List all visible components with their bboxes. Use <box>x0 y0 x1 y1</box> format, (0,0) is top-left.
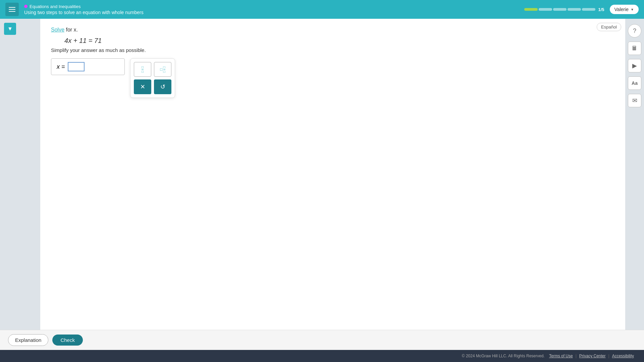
espanol-button[interactable]: Español <box>597 23 621 31</box>
terms-of-use-link[interactable]: Terms of Use <box>549 354 573 358</box>
clear-icon: ✕ <box>140 83 145 90</box>
help-button[interactable]: ? <box>628 24 641 38</box>
header-right: 1/5 Valerie ▼ <box>524 5 639 14</box>
solve-link[interactable]: Solve <box>51 27 64 33</box>
hamburger-line <box>9 9 15 10</box>
separator-2: | <box>608 354 609 358</box>
header-info: Equations and Inequalities Using two ste… <box>24 4 144 15</box>
undo-button[interactable]: ↺ <box>154 79 171 94</box>
keypad: □ □ □ □ □ <box>130 58 175 98</box>
header-topic: Equations and Inequalities <box>24 4 144 9</box>
privacy-center-link[interactable]: Privacy Center <box>579 354 606 358</box>
keypad-top-row: □ □ □ □ □ <box>134 62 171 77</box>
solve-instruction: Solve for x. <box>51 27 614 33</box>
accessibility-link[interactable]: Accessibility <box>612 354 634 358</box>
copyright-text: © 2024 McGraw Hill LLC. All Rights Reser… <box>462 354 545 358</box>
progress-segment-5 <box>582 8 595 11</box>
calculator-button[interactable]: 🖩 <box>628 42 641 55</box>
simplify-instruction: Simplify your answer as much as possible… <box>51 47 614 53</box>
keypad-bottom-row: ✕ ↺ <box>134 79 171 94</box>
answer-input[interactable] <box>68 62 85 71</box>
variable-label: x = <box>57 63 65 70</box>
answer-box: x = <box>51 58 125 75</box>
mixed-number-button[interactable]: □ □ □ <box>154 62 171 77</box>
topic-dot-icon <box>24 5 28 8</box>
progress-segments <box>524 8 595 11</box>
check-button[interactable]: Check <box>52 335 83 346</box>
clear-button[interactable]: ✕ <box>134 79 151 94</box>
progress-segment-2 <box>539 8 552 11</box>
glossary-icon: Aa <box>632 80 638 86</box>
right-sidebar: ? 🖩 ▶ Aa ✉ <box>625 19 644 330</box>
help-icon: ? <box>633 27 636 35</box>
header: Equations and Inequalities Using two ste… <box>0 0 644 19</box>
glossary-button[interactable]: Aa <box>628 76 641 90</box>
footer: © 2024 McGraw Hill LLC. All Rights Reser… <box>0 350 644 362</box>
undo-icon: ↺ <box>160 83 165 90</box>
left-panel: ▼ <box>0 19 40 330</box>
content-area: Español Solve for x. 4x + 11 = 71 Simpli… <box>40 19 625 330</box>
progress-segment-1 <box>524 8 538 11</box>
video-button[interactable]: ▶ <box>628 59 641 72</box>
calculator-icon: 🖩 <box>632 45 638 52</box>
progress-bar-container: 1/5 <box>524 7 604 12</box>
solve-suffix: for x. <box>64 27 78 33</box>
bottom-toolbar: Explanation Check <box>0 330 644 350</box>
fraction-button[interactable]: □ □ <box>134 62 151 77</box>
progress-label: 1/5 <box>598 7 604 12</box>
user-name: Valerie <box>614 7 629 12</box>
topic-title: Equations and Inequalities <box>30 4 81 9</box>
answer-area: x = □ □ □ □ <box>51 58 614 98</box>
hamburger-line <box>9 11 15 12</box>
chevron-down-icon: ▼ <box>7 26 13 32</box>
explanation-button[interactable]: Explanation <box>8 334 48 346</box>
progress-segment-3 <box>553 8 567 11</box>
chevron-down-icon: ▼ <box>631 8 634 11</box>
hamburger-menu-button[interactable] <box>5 3 19 16</box>
equation-display: 4x + 11 = 71 <box>64 37 614 45</box>
progress-segment-4 <box>568 8 581 11</box>
mail-icon: ✉ <box>632 97 637 104</box>
collapse-panel-button[interactable]: ▼ <box>4 23 16 35</box>
user-menu-button[interactable]: Valerie ▼ <box>610 5 639 14</box>
mail-button[interactable]: ✉ <box>628 94 641 107</box>
main-area: ▼ Español Solve for x. 4x + 11 = 71 Simp… <box>0 19 644 330</box>
separator-1: | <box>576 354 577 358</box>
lesson-title: Using two steps to solve an equation wit… <box>24 10 144 15</box>
fraction-icon: □ □ <box>142 66 144 73</box>
hamburger-line <box>9 7 15 8</box>
mixed-number-icon: □ □ □ <box>160 66 165 73</box>
video-icon: ▶ <box>632 62 637 69</box>
